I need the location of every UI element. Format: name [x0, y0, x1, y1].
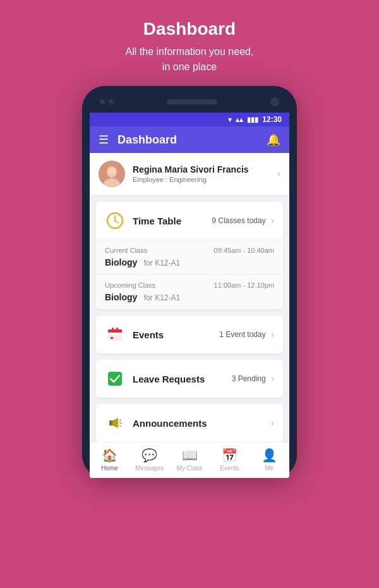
phone-frame: ▾ ▴▴ ▮▮▮ 12:30 ☰ Dashboard 🔔 Regina Mari [82, 86, 297, 478]
phone-dots [100, 99, 114, 104]
nav-label-me: Me [265, 465, 274, 472]
events-card-header[interactable]: Events 1 Event today › [96, 315, 283, 353]
current-class-label: Current Class [105, 247, 147, 254]
nav-label-my-class: My Class [176, 465, 202, 472]
svg-rect-14 [111, 337, 113, 339]
current-class-subject: Biology [105, 257, 137, 267]
phone-dot [109, 99, 114, 104]
events-card[interactable]: Events 1 Event today › [96, 315, 283, 353]
svg-rect-12 [112, 328, 114, 331]
megaphone-icon [105, 413, 125, 433]
timetable-meta: 9 Classes today [212, 216, 265, 225]
events-nav-icon: 📅 [222, 448, 238, 463]
battery-icon: ▮▮▮ [247, 116, 258, 124]
events-meta: 1 Event today [219, 330, 265, 339]
announcements-card[interactable]: Announcements › [96, 404, 283, 442]
menu-button[interactable]: ☰ [99, 133, 109, 147]
leave-requests-meta: 3 Pending [232, 374, 266, 383]
announcements-card-header[interactable]: Announcements › [96, 404, 283, 442]
nav-item-events[interactable]: 📅 Events [210, 443, 250, 478]
leave-requests-card-header[interactable]: Leave Requests 3 Pending › [96, 360, 283, 398]
profile-sub: Employee : Engineering [133, 176, 277, 183]
timetable-chevron-icon: › [271, 215, 274, 226]
events-title: Events [133, 329, 219, 340]
upcoming-class-item: Upcoming Class 11:00am - 12.10pm Biology… [96, 274, 283, 309]
upcoming-class-subject: Biology [105, 292, 137, 302]
events-chevron-icon: › [271, 329, 274, 340]
timetable-card[interactable]: Time Table 9 Classes today › Current Cla… [96, 202, 283, 309]
upcoming-class-body: Biology for K12-A1 [105, 291, 274, 303]
status-bar: ▾ ▴▴ ▮▮▮ 12:30 [90, 113, 289, 126]
timetable-title: Time Table [133, 216, 212, 226]
bottom-nav: 🏠 Home 💬 Messages 📖 My Class 📅 Events 👤 … [90, 442, 289, 478]
app-bar: ☰ Dashboard 🔔 [90, 126, 289, 153]
content-area: Time Table 9 Classes today › Current Cla… [90, 195, 289, 442]
profile-name: Regina Maria Sivori Francis [133, 164, 277, 175]
leave-requests-chevron-icon: › [271, 373, 274, 384]
status-time: 12:30 [262, 115, 282, 124]
nav-item-me[interactable]: 👤 Me [250, 443, 289, 478]
nav-label-messages: Messages [135, 465, 164, 472]
profile-info: Regina Maria Sivori Francis Employee : E… [133, 164, 277, 183]
signal-icon: ▴▴ [236, 116, 243, 124]
upcoming-class-label: Upcoming Class [105, 281, 155, 289]
announcements-chevron-icon: › [271, 417, 274, 429]
upcoming-class-time: 11:00am - 12.10pm [214, 281, 274, 289]
current-class-time: 09:45am - 10.40am [214, 247, 274, 254]
upcoming-class-header: Upcoming Class 11:00am - 12.10pm [105, 281, 274, 289]
current-class-item: Current Class 09:45am - 10.40am Biology … [96, 240, 283, 274]
svg-line-20 [119, 426, 121, 426]
svg-rect-13 [116, 328, 118, 331]
page-subtitle: All the information you need,in one plac… [126, 44, 254, 75]
my-class-icon: 📖 [182, 448, 198, 463]
leave-requests-card[interactable]: Leave Requests 3 Pending › [96, 360, 283, 398]
announcements-title: Announcements [133, 418, 266, 429]
nav-item-messages[interactable]: 💬 Messages [129, 443, 169, 478]
svg-rect-11 [108, 333, 122, 335]
phone-dot [100, 99, 105, 104]
home-icon: 🏠 [102, 448, 117, 463]
wifi-icon: ▾ [228, 116, 232, 124]
leave-requests-title: Leave Requests [133, 374, 232, 384]
checkmark-icon [105, 369, 125, 389]
page-title: Dashboard [126, 19, 254, 39]
messages-icon: 💬 [141, 448, 157, 463]
upcoming-class-for: for K12-A1 [144, 293, 180, 302]
notification-button[interactable]: 🔔 [267, 133, 280, 147]
page-header: Dashboard All the information you need,i… [126, 0, 254, 86]
svg-rect-17 [109, 420, 112, 426]
current-class-for: for K12-A1 [144, 259, 180, 267]
profile-chevron-icon: › [277, 168, 280, 180]
calendar-icon [105, 324, 125, 345]
clock-icon [105, 211, 125, 231]
nav-label-home: Home [101, 465, 118, 472]
phone-top-bar [90, 97, 289, 113]
phone-camera [270, 97, 279, 106]
nav-item-home[interactable]: 🏠 Home [90, 443, 129, 478]
avatar [99, 161, 125, 187]
svg-point-7 [114, 220, 116, 222]
timetable-card-header[interactable]: Time Table 9 Classes today › [96, 202, 283, 240]
svg-line-18 [119, 420, 121, 420]
current-class-header: Current Class 09:45am - 10.40am [105, 247, 274, 254]
phone-screen: ▾ ▴▴ ▮▮▮ 12:30 ☰ Dashboard 🔔 Regina Mari [90, 113, 289, 478]
nav-label-events: Events [220, 465, 239, 472]
app-bar-title: Dashboard [117, 133, 258, 147]
svg-point-3 [108, 168, 116, 175]
profile-card[interactable]: Regina Maria Sivori Francis Employee : E… [90, 153, 289, 195]
me-icon: 👤 [262, 448, 277, 463]
phone-speaker [167, 99, 217, 104]
nav-item-my-class[interactable]: 📖 My Class [169, 443, 209, 478]
current-class-body: Biology for K12-A1 [105, 257, 274, 268]
